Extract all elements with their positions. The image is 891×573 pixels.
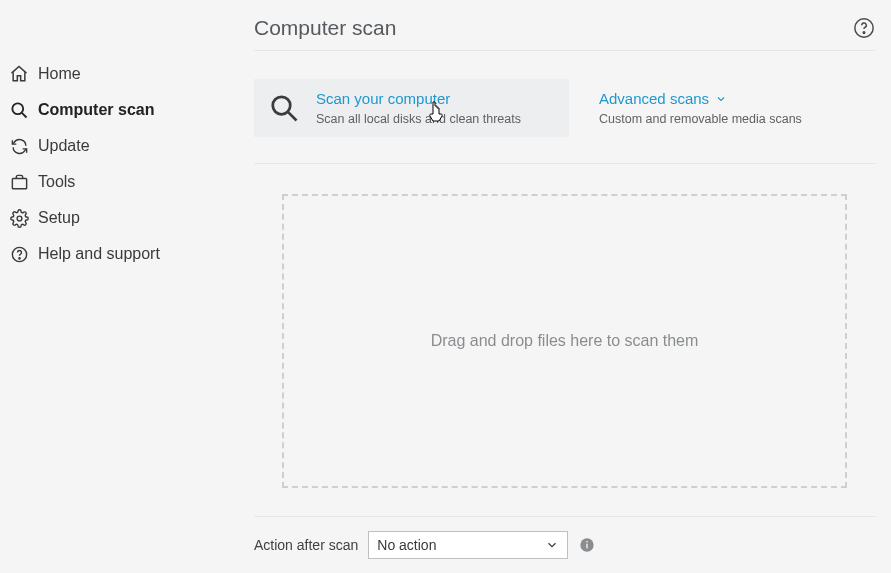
scan-your-computer-card[interactable]: Scan your computer Scan all local disks … — [254, 79, 569, 137]
scan-options-row: Scan your computer Scan all local disks … — [254, 51, 875, 164]
svg-rect-2 — [12, 178, 26, 188]
sidebar-item-home[interactable]: Home — [0, 56, 238, 92]
sidebar-item-label: Computer scan — [38, 101, 154, 119]
chevron-down-icon — [715, 93, 727, 105]
dropzone-text: Drag and drop files here to scan them — [431, 332, 699, 350]
scan-your-computer-subtitle: Scan all local disks and clean threats — [316, 111, 521, 127]
action-after-scan-label: Action after scan — [254, 537, 358, 553]
footer-row: Action after scan No action — [254, 516, 875, 559]
sidebar-item-label: Tools — [38, 173, 75, 191]
refresh-icon — [8, 135, 30, 157]
svg-rect-11 — [587, 543, 588, 548]
home-icon — [8, 63, 30, 85]
header: Computer scan — [254, 16, 875, 51]
scan-your-computer-link: Scan your computer — [316, 89, 521, 109]
file-dropzone[interactable]: Drag and drop files here to scan them — [282, 194, 847, 488]
svg-line-1 — [22, 113, 27, 118]
sidebar-item-update[interactable]: Update — [0, 128, 238, 164]
briefcase-icon — [8, 171, 30, 193]
advanced-scans-card[interactable]: Advanced scans Custom and removable medi… — [599, 79, 814, 137]
dropzone-container: Drag and drop files here to scan them — [254, 164, 875, 516]
sidebar-item-label: Update — [38, 137, 90, 155]
advanced-scans-subtitle: Custom and removable media scans — [599, 111, 802, 127]
search-icon — [8, 99, 30, 121]
sidebar-item-setup[interactable]: Setup — [0, 200, 238, 236]
sidebar-item-computer-scan[interactable]: Computer scan — [0, 92, 238, 128]
sidebar-item-tools[interactable]: Tools — [0, 164, 238, 200]
svg-line-9 — [288, 112, 296, 120]
svg-point-3 — [17, 216, 22, 221]
magnifier-icon — [266, 90, 302, 126]
svg-rect-12 — [587, 541, 588, 542]
svg-point-5 — [18, 257, 19, 258]
action-after-scan-select[interactable]: No action — [368, 531, 568, 559]
select-value: No action — [377, 537, 436, 553]
svg-point-0 — [12, 103, 23, 114]
main-content: Computer scan Scan your computer Scan al… — [238, 0, 891, 573]
page-title: Computer scan — [254, 16, 396, 40]
sidebar-item-label: Setup — [38, 209, 80, 227]
chevron-down-icon — [545, 538, 559, 552]
sidebar-item-help[interactable]: Help and support — [0, 236, 238, 272]
sidebar-item-label: Help and support — [38, 245, 160, 263]
gear-icon — [8, 207, 30, 229]
svg-point-8 — [273, 97, 291, 115]
page-help-button[interactable] — [853, 17, 875, 39]
advanced-scans-link: Advanced scans — [599, 89, 802, 109]
sidebar-item-label: Home — [38, 65, 81, 83]
svg-point-7 — [863, 32, 865, 34]
help-icon — [8, 243, 30, 265]
sidebar: Home Computer scan Update Tools Setup He… — [0, 0, 238, 573]
info-icon[interactable] — [578, 536, 596, 554]
